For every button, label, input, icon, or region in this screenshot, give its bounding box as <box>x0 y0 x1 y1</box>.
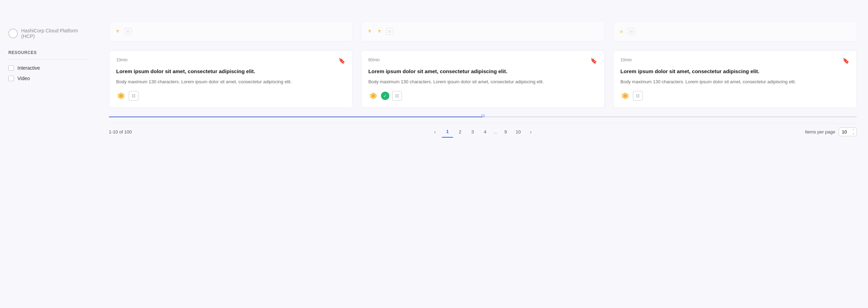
brand-header: HashiCorp Cloud Platform (HCP) <box>8 28 89 39</box>
card-2-footer: ✓ ⊡ <box>368 91 598 101</box>
next-page-button[interactable]: › <box>525 126 536 138</box>
pagination-bar: 1-10 of 100 ‹ 1 2 3 4 ... 9 10 › Items p… <box>109 123 857 140</box>
card-2-header: 60min 🔖 <box>368 57 598 64</box>
items-per-page-control: Items per page 10 25 50 100 <box>805 128 857 136</box>
progress-bar-area: 16 <box>109 116 857 117</box>
vault-badge-3 <box>620 91 630 101</box>
card-3-footer: ⊡ <box>620 91 850 101</box>
interactive-checkbox[interactable] <box>8 65 14 71</box>
interactive-label: Interactive <box>17 65 40 71</box>
brand-logo <box>8 29 18 38</box>
partial-card-1: ▼ ⊡ <box>109 21 353 42</box>
card-2[interactable]: 60min 🔖 Lorem ipsum dolor sit amet, cons… <box>361 50 605 108</box>
page-2-button[interactable]: 2 <box>455 126 466 138</box>
bookmark-icon-3[interactable]: 🔖 <box>843 57 850 64</box>
sidebar: HashiCorp Cloud Platform (HCP) Resources… <box>0 21 98 308</box>
bookmark-icon-2[interactable]: 🔖 <box>590 57 597 64</box>
main-content: ▼ ⊡ ▼ ▼ ⊡ ★ ⊡ 10min 🔖 Lorem ipsum dolor <box>98 21 868 308</box>
card-3[interactable]: 10min 🔖 Lorem ipsum dolor sit amet, cons… <box>613 50 857 108</box>
vault-icon-partial3: ▼ <box>377 28 382 34</box>
card-1-duration: 10min <box>116 57 128 62</box>
top-cards-row: ▼ ⊡ ▼ ▼ ⊡ ★ ⊡ <box>109 21 857 42</box>
vault-badge-1 <box>116 91 126 101</box>
progress-indicator: 16 <box>109 116 857 117</box>
terminal-badge-1: ⊡ <box>129 91 139 101</box>
resources-section-title: Resources <box>8 50 89 55</box>
green-badge-2: ✓ <box>381 92 389 100</box>
items-per-page-label: Items per page <box>805 129 835 134</box>
sidebar-divider <box>8 59 89 60</box>
page-4-button[interactable]: 4 <box>480 126 491 138</box>
page-1-button[interactable]: 1 <box>442 126 453 138</box>
card-1[interactable]: 10min 🔖 Lorem ipsum dolor sit amet, cons… <box>109 50 353 108</box>
card-3-title: Lorem ipsum dolor sit amet, consectetur … <box>620 68 850 75</box>
prev-page-button[interactable]: ‹ <box>429 126 441 138</box>
bookmark-icon-1[interactable]: 🔖 <box>338 57 345 64</box>
card-1-header: 10min 🔖 <box>116 57 345 64</box>
star-icon-partial: ★ <box>619 28 624 35</box>
pagination-pages: ‹ 1 2 3 4 ... 9 10 › <box>429 126 537 138</box>
card-3-header: 10min 🔖 <box>620 57 850 64</box>
progress-dot: 16 <box>481 114 485 118</box>
per-page-wrapper: 10 25 50 100 <box>839 128 857 136</box>
vault-badge-2 <box>368 91 378 101</box>
card-1-footer: ⊡ <box>116 91 345 101</box>
partial-card-3: ★ ⊡ <box>613 21 857 42</box>
page-ellipsis: ... <box>492 129 499 134</box>
card-1-body: Body maximum 130 characters. Lorem ipsum… <box>116 78 345 85</box>
terminal-icon-partial3: ⊡ <box>628 28 635 35</box>
card-3-body: Body maximum 130 characters. Lorem ipsum… <box>620 78 850 85</box>
vault-icon-partial2: ▼ <box>367 28 373 34</box>
video-checkbox[interactable] <box>8 76 14 81</box>
terminal-badge-3: ⊡ <box>633 91 643 101</box>
card-1-title: Lorem ipsum dolor sit amet, consectetur … <box>116 68 345 75</box>
page-10-button[interactable]: 10 <box>512 126 524 138</box>
page-9-button[interactable]: 9 <box>500 126 511 138</box>
per-page-select[interactable]: 10 25 50 100 <box>839 128 857 136</box>
partial-card-2: ▼ ▼ ⊡ <box>361 21 605 42</box>
card-3-duration: 10min <box>620 57 632 62</box>
cards-grid: 10min 🔖 Lorem ipsum dolor sit amet, cons… <box>109 50 857 108</box>
video-label: Video <box>17 76 30 81</box>
terminal-badge-2: ⊡ <box>392 91 402 101</box>
terminal-icon-partial2: ⊡ <box>386 28 393 35</box>
card-2-body: Body maximum 130 characters. Lorem ipsum… <box>368 78 598 85</box>
brand-name: HashiCorp Cloud Platform (HCP) <box>21 28 89 39</box>
vault-icon-partial: ▼ <box>115 28 120 34</box>
pagination-count: 1-10 of 100 <box>109 129 132 134</box>
card-2-title: Lorem ipsum dolor sit amet, consectetur … <box>368 68 598 75</box>
card-2-duration: 60min <box>368 57 380 62</box>
filter-interactive[interactable]: Interactive <box>8 65 89 71</box>
page-3-button[interactable]: 3 <box>467 126 478 138</box>
filter-video[interactable]: Video <box>8 76 89 81</box>
terminal-icon-partial: ⊡ <box>125 28 132 35</box>
progress-fill <box>109 116 483 117</box>
